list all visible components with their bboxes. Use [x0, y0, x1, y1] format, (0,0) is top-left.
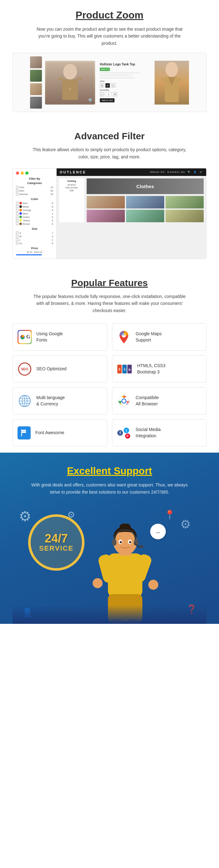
size-m[interactable]: M — [105, 83, 110, 88]
product-size-label: Size — [100, 80, 150, 83]
price-slider[interactable] — [16, 254, 42, 255]
excellent-support-section: Excellent Support With great deals and o… — [0, 453, 219, 624]
store-product-1[interactable] — [87, 196, 125, 209]
svg-point-40 — [148, 580, 158, 590]
product-zoom-section: Product Zoom Now you can zoom the produc… — [0, 0, 219, 118]
svg-point-49 — [120, 541, 122, 543]
feature-browser: CompatibileAll Browser — [112, 387, 207, 414]
qty-decrease[interactable]: - — [100, 92, 104, 96]
dot-yellow — [21, 172, 24, 175]
product-zoom-title: Product Zoom — [12, 9, 207, 21]
category-all[interactable]: All items — [61, 184, 83, 186]
clock-247-circle: 24/7 SERVICE — [28, 514, 85, 570]
product-quantity: - 1 + — [100, 92, 150, 96]
filter-green[interactable]: Green5 — [16, 216, 53, 218]
store-product-5[interactable] — [126, 210, 164, 222]
service-label: SERVICE — [39, 544, 73, 553]
category-new[interactable]: New arrivals — [61, 187, 83, 189]
product-thumb-2[interactable] — [30, 70, 42, 82]
support-illustration: ⚙ ⚙ 24/7 SERVICE ⚙ 📍 ... 👤 ❓ — [12, 505, 207, 624]
filter-color-group: Color Red5 Black8 Orange5 Blue1 Green5 Y… — [16, 197, 53, 225]
seo-icon: SEO — [18, 362, 32, 376]
filter-categories: Categories Kids19 Men20 Women20 — [16, 182, 53, 196]
filter-black[interactable]: Black8 — [16, 205, 53, 208]
size-label: Size — [16, 227, 53, 230]
product-thumb-1[interactable] — [30, 56, 42, 68]
product-desc-line1 — [100, 72, 140, 73]
qty-increase[interactable]: + — [113, 92, 117, 96]
product-price-value: $99.12 — [100, 68, 110, 71]
feature-html5: 5 3 B HTML5, CSS3Bootstrap 3 — [112, 355, 207, 382]
store-products: Clothes — [87, 179, 204, 222]
filter-size-m[interactable]: M5 — [16, 235, 53, 238]
product-thumb-3[interactable] — [30, 83, 42, 95]
nav-cart[interactable]: 🛒 — [199, 171, 203, 174]
svg-point-1 — [63, 64, 77, 80]
size-l[interactable]: L — [111, 83, 116, 88]
excellent-support-title: Excellent Support — [12, 465, 207, 477]
seo-circle: SEO — [18, 363, 31, 376]
category-sale[interactable]: Sale — [61, 189, 83, 192]
price-range: $9.00 - $200.00 — [16, 251, 53, 253]
excellent-support-description: With great deals and offers, customers a… — [31, 482, 188, 496]
store-main-area: OUTLENCE About Us Contact Us 🔍 👤 🛒 Cloth… — [57, 168, 206, 258]
filter-size-s[interactable]: S7 — [16, 231, 53, 235]
filter-by-label: Filter By — [16, 177, 53, 180]
feature-social: f t P Social MediaIntegration — [112, 419, 207, 446]
multilang-label: Multi language& Currency — [36, 395, 65, 407]
advanced-filter-section: Advanced Filter This feature allows visi… — [0, 118, 219, 265]
advanced-filter-title: Advanced Filter — [12, 131, 207, 142]
advanced-filter-description: This feature allows visitors to simply s… — [31, 146, 188, 160]
store-product-4[interactable] — [87, 210, 125, 222]
product-main-image: ✦ — [45, 61, 95, 104]
fontawesome-icon — [18, 426, 31, 439]
filter-price-group: Price $9.00 - $200.00 — [16, 247, 53, 255]
nav-search[interactable]: 🔍 — [188, 171, 191, 174]
product-model-image — [155, 61, 189, 104]
filter-red[interactable]: Red5 — [16, 202, 53, 205]
svg-text:3: 3 — [124, 368, 125, 371]
dot-green — [25, 172, 28, 175]
product-size-options: S M L — [100, 83, 150, 88]
size-s[interactable]: S — [100, 83, 104, 88]
svg-text:✦: ✦ — [69, 88, 71, 90]
filter-size-xl[interactable]: XL8 — [16, 242, 53, 245]
store-logo: OUTLENCE — [60, 170, 86, 174]
store-header: OUTLENCE About Us Contact Us 🔍 👤 🛒 — [57, 168, 206, 176]
store-product-3[interactable] — [165, 196, 204, 209]
browser-label: CompatibileAll Browser — [136, 395, 159, 407]
gear-big-icon: ⚙ — [19, 508, 31, 525]
filter-brown[interactable]: Brown6 — [16, 222, 53, 225]
store-product-grid — [87, 196, 204, 222]
filter-blue[interactable]: Blue1 — [16, 212, 53, 215]
filter-yellow[interactable]: Yellow4 — [16, 219, 53, 222]
filter-men[interactable]: Men20 — [16, 189, 53, 192]
social-icon: f t P — [117, 426, 131, 440]
svg-text:G: G — [26, 334, 30, 339]
filter-women[interactable]: Women20 — [16, 193, 53, 196]
add-to-cart-button[interactable]: Add to Cart — [100, 98, 115, 102]
popular-features-description: The popular features include fully respo… — [31, 293, 188, 314]
nav-about[interactable]: About Us — [150, 171, 165, 174]
nav-contact[interactable]: Contact Us — [167, 171, 185, 174]
qty-value: 1 — [105, 92, 112, 96]
store-product-6[interactable] — [165, 210, 204, 222]
svg-point-50 — [129, 541, 131, 543]
social-label: Social MediaIntegration — [136, 427, 161, 439]
product-desc-line2 — [100, 74, 132, 76]
filter-size-l[interactable]: L1 — [16, 239, 53, 241]
dot-red — [16, 172, 19, 175]
store-product-2[interactable] — [126, 196, 164, 209]
filter-orange[interactable]: Orange5 — [16, 209, 53, 212]
browser-icon — [117, 394, 131, 408]
filter-kids[interactable]: Kids19 — [16, 186, 53, 189]
svg-text:P: P — [126, 434, 129, 438]
product-thumb-4[interactable] — [30, 97, 42, 108]
feature-fontawesome: Font Awesome — [12, 419, 107, 446]
fontawesome-label: Font Awesome — [35, 430, 64, 436]
svg-rect-44 — [112, 539, 116, 546]
product-info-panel: Hollister Logo Tank Top $99.12 Size S M … — [98, 61, 151, 104]
nav-user[interactable]: 👤 — [194, 171, 197, 174]
svg-point-28 — [122, 399, 125, 403]
popular-features-section: Popular Features The popular features in… — [0, 265, 219, 453]
